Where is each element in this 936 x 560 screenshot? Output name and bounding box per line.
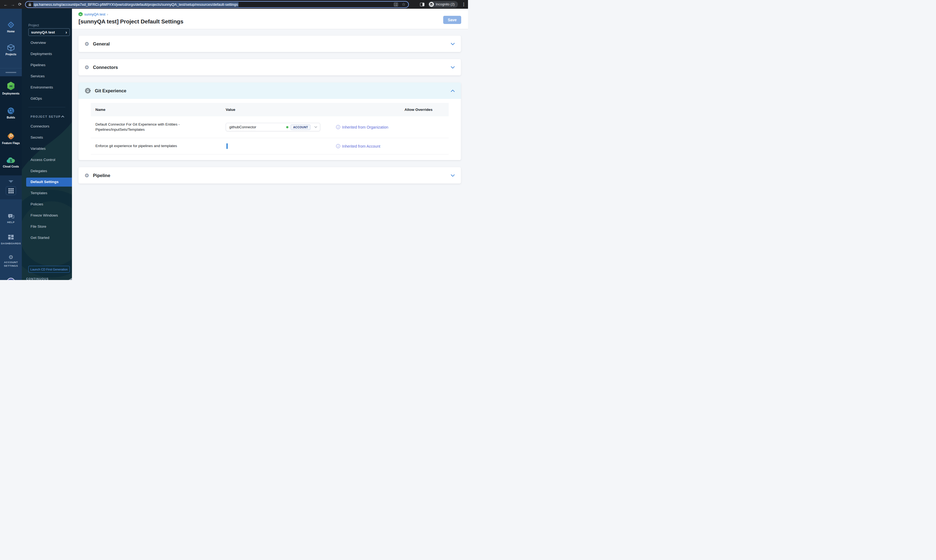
chevron-down-icon [8, 180, 13, 183]
rail-collapse-dash[interactable] [5, 72, 16, 73]
project-selector[interactable]: sunnyQA test › [28, 28, 70, 36]
col-header-value: Value [226, 108, 404, 112]
section-general: ⚙ General [79, 36, 461, 52]
main-content: ∞ sunnyQA test › [sunnyQA test] Project … [72, 9, 468, 280]
section-connectors-header[interactable]: ⚙ Connectors [79, 59, 461, 75]
nav-item-delegates[interactable]: Delegates [31, 169, 47, 173]
bookmark-star-icon[interactable]: ☆ [402, 2, 406, 6]
info-icon: i [336, 144, 340, 148]
avatar: s [7, 278, 15, 280]
svg-text:∞: ∞ [9, 84, 12, 88]
rail-item-home[interactable]: Home [0, 21, 22, 33]
section-general-header[interactable]: ⚙ General [79, 36, 461, 52]
nav-item-get-started[interactable]: Get Started [31, 235, 49, 240]
enforce-git-experience-checkbox[interactable] [227, 143, 228, 149]
project-setup-header[interactable]: PROJECT SETUP [31, 115, 61, 118]
rail-item-deployments[interactable]: ∞ Deployments [0, 81, 22, 95]
dashboards-icon [8, 234, 14, 241]
chevron-down-icon[interactable] [314, 126, 317, 128]
nav-item-gitops[interactable]: GitOps [31, 97, 42, 100]
git-experience-gear-icon: </> [85, 88, 91, 94]
nav-item-access-control[interactable]: Access Control [31, 158, 56, 162]
git-experience-table: Name Value Allow Overrides Default Conne… [79, 99, 461, 160]
deployments-icon: ∞ [6, 81, 15, 91]
scope-badge: ACCOUNT [291, 125, 310, 130]
side-panel-icon[interactable] [420, 3, 424, 6]
connector-value: githubConnector [229, 125, 256, 129]
rail-item-builds[interactable]: Builds [0, 107, 22, 119]
builds-icon [7, 107, 15, 115]
section-git-experience: </> Git Experience Name Value Allow Over… [79, 83, 461, 160]
chevron-down-icon[interactable] [450, 174, 455, 177]
rail-item-account-settings[interactable]: ⚙ ACCOUNT SETTINGS [0, 254, 22, 268]
breadcrumb-separator-icon: › [107, 12, 108, 16]
breadcrumb-project-link[interactable]: sunnyQA test [84, 12, 105, 16]
gear-icon: ⚙ [0, 254, 22, 260]
section-git-experience-header[interactable]: </> Git Experience [79, 83, 461, 99]
inherited-from-account-link[interactable]: i Inherited from Account [336, 144, 444, 148]
page-header: ∞ sunnyQA test › [sunnyQA test] Project … [72, 9, 468, 29]
url-text[interactable]: qa.harness.io/ng/account/px7xd_BFRCi-pfW… [33, 2, 239, 7]
sidebar-collapse-handle[interactable] [67, 278, 72, 280]
section-pipeline: ⚙ Pipeline [79, 167, 461, 183]
setting-name: Enforce git experience for pipelines and… [96, 143, 194, 149]
chevron-down-icon[interactable] [450, 43, 455, 45]
nav-item-templates[interactable]: Templates [31, 191, 48, 195]
nav-item-deployments[interactable]: Deployments [31, 52, 52, 56]
svg-text:$: $ [10, 158, 12, 163]
nav-item-pipelines[interactable]: Pipelines [31, 63, 46, 67]
feature-flags-icon [6, 132, 15, 140]
rail-module-grid-button[interactable] [0, 186, 22, 195]
grid-icon [8, 188, 14, 193]
col-header-allow-overrides: Allow Overrides [404, 108, 444, 112]
table-row: Default Connector For Git Experience wit… [91, 116, 449, 138]
lock-icon[interactable] [28, 3, 31, 6]
launch-cd-first-gen-button[interactable]: Launch CD First Generation [28, 266, 70, 273]
forward-icon[interactable]: → [9, 1, 16, 8]
connector-select[interactable]: githubConnector ACCOUNT [226, 123, 320, 131]
incognito-badge: Incognito (2) [428, 1, 458, 8]
page-title: [sunnyQA test] Project Default Settings [79, 18, 468, 25]
breadcrumb: ∞ sunnyQA test › [79, 12, 468, 16]
project-section-label: Project [28, 23, 39, 27]
projects-icon [7, 43, 15, 52]
incognito-label: Incognito (2) [436, 2, 455, 6]
rail-more-modules[interactable] [0, 180, 22, 183]
setting-name: Default Connector For Git Experience wit… [96, 122, 183, 132]
nav-item-connectors[interactable]: Connectors [31, 124, 49, 128]
nav-item-file-store[interactable]: File Store [31, 225, 46, 229]
inherited-from-organization-link[interactable]: i Inherited from Organization [336, 125, 444, 129]
tab-groups-icon[interactable] [394, 2, 398, 6]
table-row: Enforce git experience for pipelines and… [91, 138, 449, 154]
browser-menu-icon[interactable]: ⋮ [462, 2, 466, 7]
rail-item-cloud-costs[interactable]: $ Cloud Costs [0, 157, 22, 168]
nav-item-overview[interactable]: Overview [31, 41, 46, 45]
rail-item-help[interactable]: ? HELP [0, 214, 22, 224]
nav-item-variables[interactable]: Variables [31, 146, 46, 151]
back-icon[interactable]: ← [2, 1, 9, 8]
settings-body: ⚙ General ⚙ Connectors [72, 29, 468, 280]
nav-item-default-settings[interactable]: Default Settings [31, 180, 59, 184]
url-bar[interactable]: qa.harness.io/ng/account/px7xd_BFRCi-pfW… [25, 1, 409, 8]
rail-item-dashboards[interactable]: DASHBOARDS [0, 234, 22, 245]
nav-item-secrets[interactable]: Secrets [31, 135, 43, 140]
help-chat-icon: ? [7, 214, 14, 220]
nav-item-environments[interactable]: Environments [31, 85, 53, 89]
rail-divider [0, 68, 22, 68]
cd-module-icon: ∞ [79, 12, 83, 16]
user-avatar[interactable]: s [0, 278, 22, 280]
module-name-line1: CONTINUOUS [26, 277, 49, 280]
save-button[interactable]: Save [443, 16, 461, 24]
reload-icon[interactable]: ⟳ [16, 1, 23, 8]
nav-item-services[interactable]: Services [31, 74, 45, 78]
browser-toolbar: ← → ⟳ qa.harness.io/ng/account/px7xd_BFR… [0, 0, 468, 9]
nav-item-freeze-windows[interactable]: Freeze Windows [31, 213, 58, 217]
rail-item-feature-flags[interactable]: Feature Flags [0, 132, 22, 145]
chevron-down-icon[interactable] [450, 66, 455, 69]
nav-item-policies[interactable]: Policies [31, 202, 43, 206]
section-pipeline-header[interactable]: ⚙ Pipeline [79, 167, 461, 183]
svg-text:?: ? [9, 215, 11, 217]
rail-item-projects[interactable]: Projects [0, 43, 22, 56]
gear-icon: ⚙ [85, 65, 89, 70]
chevron-up-icon[interactable] [450, 89, 455, 92]
